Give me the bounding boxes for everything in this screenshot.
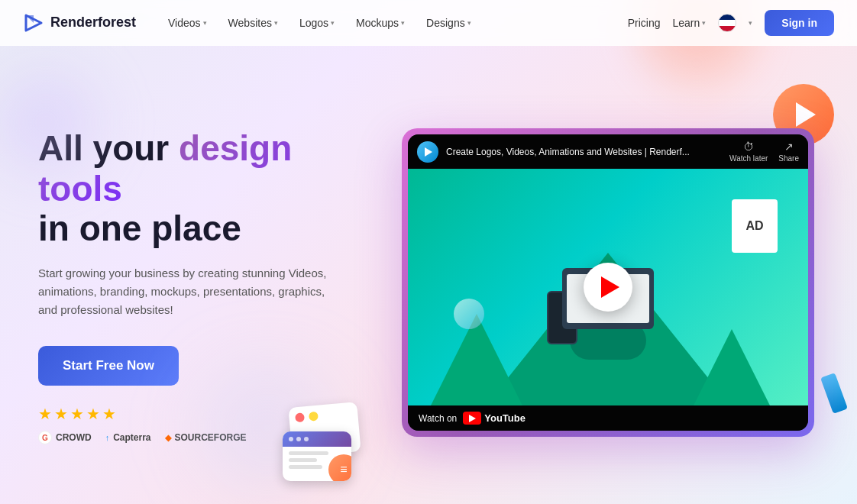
navbar: Renderforest Videos ▾ Websites ▾ Logos ▾… — [0, 0, 857, 46]
share-button[interactable]: ↗ Share — [778, 141, 799, 163]
video-title: Create Logos, Videos, Animations and Web… — [446, 147, 722, 157]
play-button[interactable] — [584, 263, 632, 312]
nav-item-mockups[interactable]: Mockups ▾ — [347, 11, 414, 35]
deco-orange-badge — [328, 454, 351, 481]
deco-dot-1 — [289, 437, 293, 441]
websites-chevron-icon: ▾ — [274, 19, 278, 27]
video-thumbnail[interactable]: AD — [408, 169, 808, 405]
start-free-button[interactable]: Start Free Now — [38, 346, 179, 386]
nav-pricing[interactable]: Pricing — [628, 17, 661, 29]
language-flag-icon[interactable] — [718, 14, 736, 32]
yt-channel-icon — [417, 141, 438, 163]
scene-gem — [454, 299, 484, 329]
logo-text: Renderforest — [50, 15, 136, 31]
deco-cards — [283, 405, 374, 481]
watch-on-text: Watch on — [419, 413, 457, 424]
logos-chevron-icon: ▾ — [331, 19, 335, 27]
nav-item-designs[interactable]: Designs ▾ — [417, 11, 480, 35]
scene-bg-triangle-right — [694, 329, 770, 405]
scene-bg-triangle-small — [431, 314, 522, 405]
main-content: All your design tools in one place Start… — [0, 46, 857, 504]
signin-button[interactable]: Sign in — [765, 10, 834, 36]
language-chevron-icon: ▾ — [749, 19, 752, 27]
video-header: Create Logos, Videos, Animations and Web… — [408, 134, 808, 169]
video-header-actions: ⏱ Watch later ↗ Share — [729, 141, 799, 163]
star-4: ★ — [86, 405, 100, 423]
youtube-text: YouTube — [484, 412, 526, 424]
deco-card-header — [283, 431, 351, 447]
play-icon — [601, 276, 619, 298]
deco-line-3 — [289, 465, 322, 469]
capterra-label: Capterra — [113, 432, 150, 443]
mockups-chevron-icon: ▾ — [401, 19, 405, 27]
video-footer: Watch on YouTube — [408, 405, 808, 431]
star-1: ★ — [38, 405, 52, 423]
nav-item-websites[interactable]: Websites ▾ — [219, 11, 287, 35]
youtube-icon — [463, 412, 481, 425]
deco-dot-3 — [304, 437, 309, 441]
videos-chevron-icon: ▾ — [203, 19, 207, 27]
logo-icon — [23, 12, 44, 34]
video-inner: Create Logos, Videos, Animations and Web… — [408, 134, 808, 431]
nav-links: Videos ▾ Websites ▾ Logos ▾ Mockups ▾ De… — [159, 11, 628, 35]
watch-later-button[interactable]: ⏱ Watch later — [729, 141, 768, 163]
scene-shirt: AD — [732, 199, 778, 253]
learn-chevron-icon: ▾ — [702, 19, 706, 27]
youtube-logo[interactable]: YouTube — [463, 412, 526, 425]
designs-chevron-icon: ▾ — [467, 19, 471, 27]
deco-card-front — [283, 431, 351, 481]
video-container: Create Logos, Videos, Animations and Web… — [402, 128, 814, 437]
share-icon: ↗ — [784, 141, 794, 153]
star-5: ★ — [102, 405, 116, 423]
gcrowd-label: CROWD — [56, 432, 92, 443]
nav-item-logos[interactable]: Logos ▾ — [290, 11, 344, 35]
star-2: ★ — [54, 405, 68, 423]
gcrowd-icon: G — [38, 431, 52, 444]
watch-later-icon: ⏱ — [743, 141, 754, 153]
badge-capterra: ↑ Capterra — [105, 432, 151, 443]
hero-subtitle: Start growing your business by creating … — [38, 264, 328, 319]
star-3: ★ — [70, 405, 84, 423]
logo[interactable]: Renderforest — [23, 12, 136, 34]
capterra-icon: ↑ — [105, 433, 110, 442]
deco-line-2 — [289, 458, 317, 462]
deco-line-1 — [289, 451, 328, 455]
nav-right: Pricing Learn ▾ ▾ Sign in — [628, 10, 834, 36]
hero-right: Create Logos, Videos, Animations and Web… — [397, 128, 819, 437]
badge-gcrowd: G CROWD — [38, 431, 92, 444]
nav-item-videos[interactable]: Videos ▾ — [159, 11, 216, 35]
deco-dot-2 — [296, 437, 301, 441]
nav-learn[interactable]: Learn ▾ — [673, 17, 707, 29]
